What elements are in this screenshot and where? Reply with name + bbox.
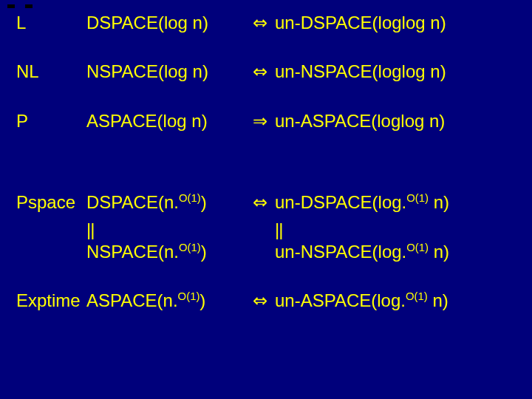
relation-arrow: ⇒	[245, 112, 275, 131]
row-Pspace-bars: || ||	[16, 220, 519, 239]
row-L: L DSPACE(log n) ⇔ un-DSPACE(loglog n)	[16, 13, 519, 33]
relation-arrow: ⇔	[245, 291, 275, 310]
row-P: P ASPACE(log n) ⇒ un-ASPACE(loglog n)	[16, 112, 519, 131]
row-Pspace-2: NSPACE(n.O(1)) un-NSPACE(log.O(1) n)	[16, 242, 519, 262]
decorative-marks	[7, 4, 33, 8]
defn-left: ASPACE(log n)	[86, 112, 245, 131]
equals-bars-left: ||	[86, 220, 245, 239]
defn-right: un-NSPACE(loglog n)	[275, 62, 532, 81]
defn-right-2: un-NSPACE(log.O(1) n)	[275, 242, 532, 262]
defn-right: un-ASPACE(log.O(1) n)	[275, 291, 532, 310]
class-label: L	[16, 13, 86, 33]
relation-arrow: ⇔	[245, 62, 275, 81]
slide-body: L DSPACE(log n) ⇔ un-DSPACE(loglog n) NL…	[0, 0, 532, 324]
defn-left-2: NSPACE(n.O(1))	[86, 242, 245, 262]
class-label: Exptime	[16, 291, 86, 310]
defn-left: DSPACE(n.O(1))	[86, 193, 245, 212]
defn-right: un-DSPACE(loglog n)	[275, 13, 532, 33]
relation-arrow: ⇔	[245, 193, 275, 212]
class-label: Pspace	[16, 193, 86, 212]
class-label: NL	[16, 62, 86, 81]
defn-right: un-DSPACE(log.O(1) n)	[275, 193, 532, 212]
relation-arrow: ⇔	[245, 13, 275, 33]
defn-left: DSPACE(log n)	[86, 13, 245, 33]
defn-left: ASPACE(n.O(1))	[86, 291, 245, 310]
row-NL: NL NSPACE(log n) ⇔ un-NSPACE(loglog n)	[16, 62, 519, 81]
defn-left: NSPACE(log n)	[86, 62, 245, 81]
row-Exptime: Exptime ASPACE(n.O(1)) ⇔ un-ASPACE(log.O…	[16, 291, 519, 310]
defn-right: un-ASPACE(loglog n)	[275, 112, 532, 131]
class-label: P	[16, 112, 86, 131]
row-Pspace-1: Pspace DSPACE(n.O(1)) ⇔ un-DSPACE(log.O(…	[16, 193, 519, 212]
equals-bars-right: ||	[275, 220, 532, 239]
